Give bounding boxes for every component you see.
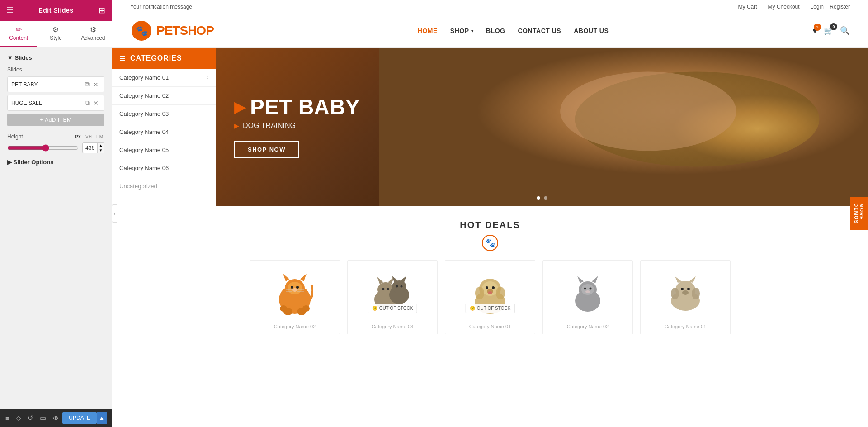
shapes-icon[interactable]: ◇	[16, 414, 21, 422]
preview-icon[interactable]: 👁	[52, 414, 59, 422]
svg-point-39	[492, 286, 495, 289]
update-btn-group: UPDATE ▲	[62, 412, 107, 424]
slide-copy-button[interactable]: ⧉	[83, 80, 91, 89]
category-item-5[interactable]: Category Name 05	[112, 141, 216, 159]
product-image-area: 😕 OUT OF STOCK	[352, 268, 433, 318]
category-item-uncategorized[interactable]: Uncategorized	[112, 177, 216, 195]
svg-point-55	[687, 288, 690, 290]
site-nav-icons: ♥ 3 🛒 0 🔍	[812, 26, 850, 36]
add-item-button[interactable]: + AdD ITEM	[7, 114, 104, 126]
search-button[interactable]: 🔍	[840, 26, 850, 36]
collapse-handle[interactable]: ‹	[112, 204, 117, 223]
category-item-2[interactable]: Category Name 02	[112, 87, 216, 105]
advanced-icon: ⚙	[75, 25, 112, 34]
product-card: Category Name 01	[640, 260, 731, 334]
slide-item-label: PET BABY	[11, 81, 83, 88]
category-item-6[interactable]: Category Name 06	[112, 159, 216, 177]
hamburger-icon[interactable]: ☰	[6, 5, 14, 15]
svg-point-54	[681, 288, 684, 290]
category-item-3[interactable]: Category Name 03	[112, 105, 216, 123]
product-card: Category Name 02	[250, 260, 340, 334]
hero-content: ▶ PET BABY ▶ DOG TRAINING SHOP NOW	[216, 78, 378, 176]
toolbar-icons: ≡ ◇ ↺ ▭ 👁	[5, 414, 59, 422]
layers-icon[interactable]: ≡	[5, 414, 9, 422]
slide-delete-button[interactable]: ✕	[91, 99, 100, 108]
oos-icon: 😕	[470, 306, 475, 311]
product-image-area	[547, 268, 628, 318]
out-of-stock-badge: 😕 OUT OF STOCK	[466, 304, 515, 313]
height-slider-row: 436 ▲ ▼	[7, 142, 104, 153]
height-label: Height	[7, 133, 74, 140]
slide-delete-button[interactable]: ✕	[91, 80, 100, 89]
my-cart-link[interactable]: My Cart	[738, 4, 757, 10]
oos-icon: 😕	[372, 306, 377, 311]
slides-section-header[interactable]: ▼ Slides	[7, 54, 104, 61]
hero-dot-1[interactable]	[537, 196, 540, 200]
categories-title: CATEGORIES	[130, 54, 182, 62]
tab-style[interactable]: ⚙ Style	[37, 21, 74, 47]
menu-icon: ☰	[119, 55, 126, 62]
site-logo[interactable]: 🐾 PETSHOP	[130, 19, 214, 42]
category-arrow-icon: ›	[207, 75, 208, 80]
slide-item-label: HUGE SALE	[11, 100, 83, 106]
svg-point-48	[589, 288, 591, 290]
panel-body: ▼ Slides Slides PET BABY ⧉ ✕ HUGE SALE ⧉…	[0, 47, 112, 427]
nav-blog[interactable]: BLOG	[486, 27, 505, 34]
svg-point-31	[396, 285, 398, 288]
product-image	[571, 272, 605, 313]
site-nav: HOME SHOP ▾ BLOG CONTACT US ABOUT US	[418, 27, 609, 34]
login-register-link[interactable]: Login – Register	[811, 4, 850, 10]
hero-cta-button[interactable]: SHOP NOW	[234, 141, 299, 158]
svg-point-26	[387, 288, 389, 290]
slide-item: PET BABY ⧉ ✕	[7, 76, 104, 92]
category-item-1[interactable]: Category Name 01 ›	[112, 69, 216, 87]
my-checkout-link[interactable]: My Checkout	[768, 4, 800, 10]
height-spin-down[interactable]: ▼	[98, 148, 104, 153]
nav-about[interactable]: ABOUT US	[574, 27, 609, 34]
product-category: Category Name 01	[469, 324, 511, 329]
history-icon[interactable]: ↺	[28, 414, 33, 422]
svg-point-36	[475, 287, 484, 299]
grid-icon[interactable]: ⊞	[99, 5, 105, 15]
slides-section-label: ▼ Slides	[7, 54, 32, 61]
more-demos-button[interactable]: MORE DEMOS	[850, 197, 868, 230]
svg-point-12	[292, 288, 297, 292]
height-value: 436	[83, 144, 97, 152]
cart-button[interactable]: 🛒 0	[824, 26, 834, 36]
svg-point-56	[682, 290, 689, 295]
tab-advanced[interactable]: ⚙ Advanced	[75, 21, 112, 47]
hero-title: ▶ PET BABY	[234, 96, 360, 118]
svg-marker-57	[675, 276, 682, 283]
category-item-4[interactable]: Category Name 04	[112, 123, 216, 141]
shop-arrow-icon: ▾	[471, 28, 474, 33]
slider-options-header[interactable]: ▶ Slider Options	[7, 159, 104, 166]
svg-text:🐾: 🐾	[136, 25, 148, 37]
update-dropdown-button[interactable]: ▲	[97, 412, 107, 424]
categories-header: ☰ CATEGORIES	[112, 48, 216, 69]
product-category: Category Name 02	[274, 324, 316, 329]
product-image	[665, 274, 706, 312]
height-unit-em[interactable]: EM	[95, 134, 104, 140]
height-slider[interactable]	[7, 144, 79, 152]
update-button[interactable]: UPDATE	[62, 412, 97, 424]
panel-tabs: ✏ Content ⚙ Style ⚙ Advanced	[0, 21, 112, 47]
svg-point-53	[692, 288, 700, 299]
hero-dots	[537, 196, 547, 200]
wishlist-button[interactable]: ♥ 3	[812, 26, 817, 36]
hero-dot-2[interactable]	[544, 196, 547, 200]
height-unit-vh[interactable]: VH	[84, 134, 93, 140]
svg-point-37	[496, 287, 505, 299]
nav-contact[interactable]: CONTACT US	[518, 27, 561, 34]
svg-point-44	[581, 284, 594, 295]
nav-shop[interactable]: SHOP ▾	[450, 27, 473, 34]
height-unit-px[interactable]: PX	[74, 134, 82, 140]
slide-copy-button[interactable]: ⧉	[83, 98, 91, 108]
svg-marker-9	[300, 274, 307, 281]
hero-photo-svg	[379, 48, 868, 206]
height-spin-up[interactable]: ▲	[98, 143, 104, 148]
nav-home[interactable]: HOME	[418, 27, 438, 34]
height-control: Height PX VH EM	[7, 133, 104, 140]
tab-content[interactable]: ✏ Content	[0, 21, 37, 47]
notification-bar: Your notification message! My Cart My Ch…	[112, 0, 868, 14]
responsive-icon[interactable]: ▭	[40, 414, 46, 422]
